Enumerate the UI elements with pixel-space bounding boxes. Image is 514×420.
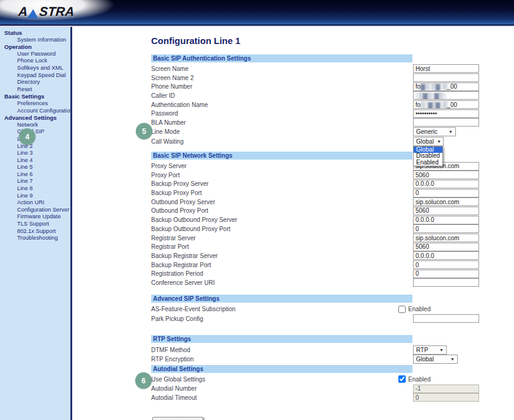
form-row-dtmf-method: DTMF Method RTP ▼	[151, 345, 514, 355]
bla-number-input[interactable]	[413, 118, 479, 127]
sidebar-item-directory[interactable]: Directory	[0, 79, 70, 86]
form-row-backup-outbound-proxy-server: Backup Outbound Proxy Server	[151, 215, 514, 224]
main-content: Configuration Line 1 Basic SIP Authentic…	[72, 27, 514, 420]
dtmf-method-select[interactable]: RTP ▼	[413, 345, 447, 355]
censored-text: ░▒▓▒░▓▒░	[415, 92, 445, 99]
caller-id-input[interactable]: ░▒▓▒░▓▒░	[413, 91, 479, 100]
field-label: Password	[151, 110, 413, 117]
field-label: DTMF Method	[151, 347, 413, 353]
form-row-proxy-port: Proxy Port	[151, 171, 514, 180]
outbound-proxy-server-input[interactable]	[413, 197, 479, 206]
sidebar-item-keypad-speed-dial[interactable]: Keypad Speed Dial	[0, 72, 70, 79]
backup-registrar-port-input[interactable]	[413, 260, 479, 269]
sidebar-item-line-6[interactable]: Line 6	[0, 171, 70, 179]
form-row-call-waiting: Call Waiting Global ▼ Global Disabled En…	[151, 137, 514, 147]
call-waiting-dropdown-list: Global Disabled Enabled	[413, 146, 443, 166]
sidebar-group-basic-settings: Basic Settings	[0, 93, 70, 100]
registrar-port-input[interactable]	[413, 243, 479, 251]
backup-outbound-proxy-port-input[interactable]	[413, 224, 479, 233]
backup-proxy-server-input[interactable]	[413, 180, 479, 188]
park-pickup-config-input[interactable]	[413, 314, 479, 323]
field-label: Registration Period	[151, 270, 413, 277]
page-title: Configuration Line 1	[151, 35, 514, 46]
sidebar-item-softkeys-and-xml[interactable]: Softkeys and XML	[0, 65, 70, 72]
form-row-rtp-encryption: RTP Encryption Global ▼	[151, 355, 514, 364]
sidebar-item-phone-lock[interactable]: Phone Lock	[0, 57, 70, 65]
form-row-caller-id: Caller ID ░▒▓▒░▓▒░	[151, 91, 514, 100]
as-feature-event-checkbox[interactable]	[398, 306, 406, 313]
field-label: Screen Name 2	[151, 75, 413, 81]
field-label: Park Pickup Config	[151, 315, 413, 322]
form-row-line-mode: Line Mode Generic ▼	[151, 127, 514, 137]
form-row-screen-name: Screen Name	[151, 64, 514, 73]
sidebar-item-account-configuration[interactable]: Account Configuration	[0, 108, 70, 115]
sidebar-item-tls-support[interactable]: TLS Support	[0, 221, 70, 228]
backup-outbound-proxy-server-input[interactable]	[413, 216, 479, 224]
autodial-timeout-input	[413, 393, 479, 402]
backup-registrar-server-input[interactable]	[413, 251, 479, 260]
field-label: Line Mode	[151, 128, 413, 135]
field-label: Backup Proxy Port	[151, 190, 413, 196]
censored-text: ▒░▓▒▓░▒	[420, 101, 447, 108]
logo-triangle-icon	[27, 9, 39, 18]
sidebar-item-line-9[interactable]: Line 9	[0, 193, 70, 200]
checkbox-label: Enabled	[408, 306, 431, 312]
sidebar-item-reset[interactable]: Reset	[0, 86, 70, 94]
sidebar-item-line-3[interactable]: Line 3	[0, 150, 70, 157]
form-row-backup-registrar-server: Backup Registrar Server	[151, 251, 514, 260]
field-label: Registrar Port	[151, 243, 413, 250]
field-label: Call Waiting	[151, 138, 413, 145]
sidebar-item-line-7[interactable]: Line 7	[0, 178, 70, 185]
authentication-name-input[interactable]: fo▒░▓▒▓░▒_00	[413, 100, 479, 109]
registrar-server-input[interactable]	[413, 234, 479, 242]
field-label: Backup Outbound Proxy Port	[151, 226, 413, 232]
sidebar-item-configuration-server[interactable]: Configuration Server	[0, 207, 70, 214]
field-label: Authentication Name	[151, 101, 413, 108]
section-header-advanced-sip: Advanced SIP Settings	[151, 295, 412, 303]
rtp-encryption-select[interactable]: Global ▼	[413, 355, 458, 364]
sidebar-item-network[interactable]: Network	[0, 122, 70, 129]
sidebar-item-line-5[interactable]: Line 5	[0, 164, 70, 171]
screen-name-2-input[interactable]	[413, 73, 479, 82]
dropdown-option-enabled[interactable]: Enabled	[414, 160, 442, 166]
sidebar-item-action-uri[interactable]: Action URI	[0, 199, 70, 207]
field-label: Proxy Port	[151, 172, 413, 179]
registration-period-input[interactable]	[413, 270, 479, 278]
phone-number-input[interactable]: fo▓▒░▒▓░▒_00	[413, 83, 479, 91]
screen-name-input[interactable]	[413, 64, 479, 73]
checkbox-label: Enabled	[408, 376, 431, 383]
sidebar-group-status: Status	[0, 29, 70, 37]
field-label: Registrar Server	[151, 235, 413, 241]
sidebar-item-preferences[interactable]: Preferences	[0, 100, 70, 108]
call-waiting-select[interactable]: Global ▼ Global Disabled Enabled	[413, 137, 444, 146]
form-row-screen-name-2: Screen Name 2	[151, 73, 514, 83]
outbound-proxy-port-input[interactable]	[413, 207, 479, 215]
backup-proxy-port-input[interactable]	[413, 189, 479, 197]
save-settings-button[interactable]: Save Settings	[152, 417, 203, 420]
sidebar-item-user-password[interactable]: User Password	[0, 51, 70, 58]
conference-server-uri-input[interactable]	[413, 278, 479, 287]
form-row-registration-period: Registration Period	[151, 269, 514, 278]
step-badge-4: 4	[19, 128, 35, 145]
sidebar-item-line-8[interactable]: Line 8	[0, 185, 70, 193]
censored-text: ▓▒░▒▓░▒	[420, 83, 447, 90]
line-mode-select[interactable]: Generic ▼	[413, 127, 456, 136]
sidebar-item-8021x-support[interactable]: 802.1x Support	[0, 228, 70, 235]
sidebar-item-troubleshooting[interactable]: Troubleshooting	[0, 235, 70, 242]
autodial-number-input	[413, 385, 479, 393]
sidebar-item-firmware-update[interactable]: Firmware Update	[0, 213, 70, 221]
form-row-registrar-port: Registrar Port	[151, 242, 514, 251]
form-row-outbound-proxy-port: Outbound Proxy Port	[151, 207, 514, 216]
sidebar-group-operation: Operation	[0, 43, 70, 51]
sidebar-item-system-information[interactable]: System Information	[0, 37, 70, 44]
form-row-backup-proxy-server: Backup Proxy Server	[151, 180, 514, 189]
sidebar-item-line-2[interactable]: Line 2	[0, 143, 70, 150]
section-header-autodial: Autodial Settings	[151, 365, 412, 373]
use-global-settings-checkbox[interactable]	[398, 375, 406, 383]
section-header-basic-sip-network: Basic SIP Network Settings	[151, 152, 412, 160]
section-header-basic-sip-authentication: Basic SIP Authentication Settings	[151, 54, 412, 62]
field-label: BLA Number	[151, 119, 413, 126]
proxy-port-input[interactable]	[413, 171, 479, 179]
password-input[interactable]	[413, 109, 479, 118]
sidebar-item-line-4[interactable]: Line 4	[0, 157, 70, 164]
